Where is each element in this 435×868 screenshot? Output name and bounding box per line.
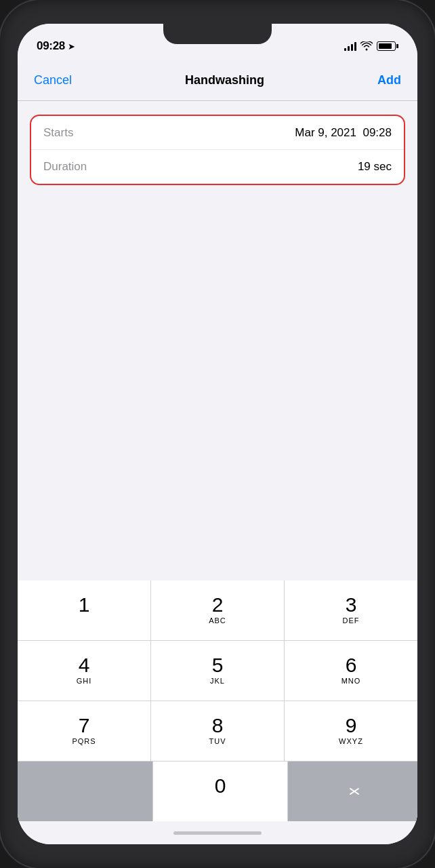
page-title: Handwashing — [185, 73, 264, 87]
key-3[interactable]: 3 DEF — [285, 580, 417, 640]
home-indicator — [18, 821, 417, 844]
keyboard-row-2: 4 GHI 5 JKL 6 MNO — [18, 641, 417, 701]
signal-icon — [344, 41, 356, 51]
keyboard-row-3: 7 PQRS 8 TUV 9 WXYZ — [18, 701, 417, 761]
phone-frame: 09:28 ➤ — [0, 0, 435, 868]
delete-icon — [341, 782, 365, 801]
delete-key[interactable] — [288, 762, 417, 821]
starts-row[interactable]: Starts Mar 9, 2021 09:28 — [31, 116, 404, 150]
info-section: Starts Mar 9, 2021 09:28 Duration 19 sec — [30, 115, 405, 185]
cancel-button[interactable]: Cancel — [34, 73, 72, 87]
starts-value: Mar 9, 2021 09:28 — [295, 126, 392, 140]
key-empty-left — [18, 762, 152, 821]
keyboard-row-bottom: 0 — [18, 762, 417, 821]
empty-space — [18, 185, 417, 580]
content-area: Starts Mar 9, 2021 09:28 Duration 19 sec… — [18, 101, 417, 821]
key-4[interactable]: 4 GHI — [18, 641, 150, 701]
key-1[interactable]: 1 — [18, 580, 150, 640]
status-time: 09:28 — [37, 39, 65, 53]
duration-row[interactable]: Duration 19 sec — [31, 150, 404, 184]
key-0[interactable]: 0 — [153, 762, 288, 821]
key-9[interactable]: 9 WXYZ — [285, 701, 417, 761]
key-7[interactable]: 7 PQRS — [18, 701, 150, 761]
wifi-icon — [360, 41, 373, 51]
key-5[interactable]: 5 JKL — [151, 641, 284, 701]
location-icon: ➤ — [68, 41, 75, 52]
home-bar — [173, 831, 262, 835]
battery-icon — [377, 41, 398, 51]
numeric-keyboard: 1 2 ABC 3 DEF 4 GHI — [18, 580, 417, 821]
notch — [163, 24, 272, 44]
key-8[interactable]: 8 TUV — [151, 701, 284, 761]
duration-label: Duration — [43, 160, 87, 174]
navigation-bar: Cancel Handwashing Add — [18, 60, 417, 101]
status-icons — [344, 41, 398, 51]
phone-screen: 09:28 ➤ — [18, 24, 417, 844]
key-2[interactable]: 2 ABC — [151, 580, 284, 640]
add-button[interactable]: Add — [377, 73, 401, 87]
starts-label: Starts — [43, 126, 73, 140]
key-6[interactable]: 6 MNO — [285, 641, 417, 701]
keyboard-row-1: 1 2 ABC 3 DEF — [18, 580, 417, 640]
duration-value: 19 sec — [358, 160, 392, 174]
